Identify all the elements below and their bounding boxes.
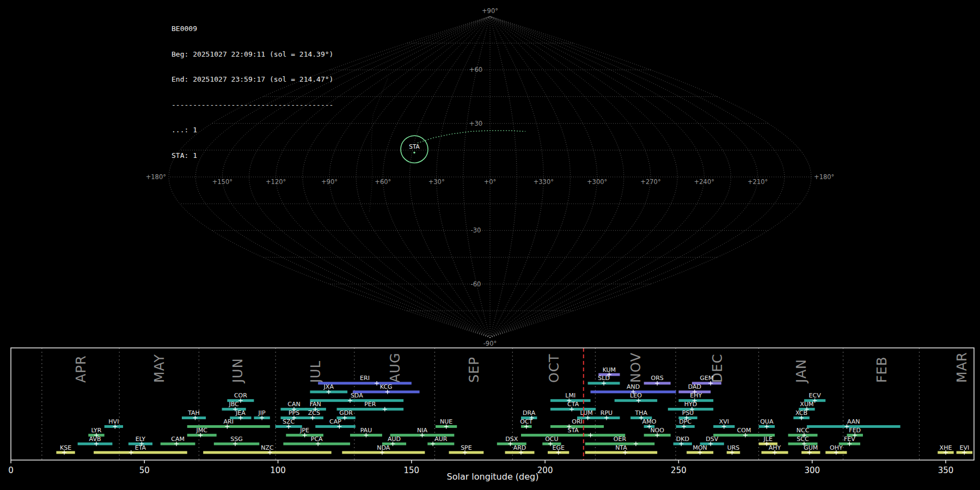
shower-label-xhe: XHE: [940, 444, 952, 451]
shower-label-jmc: JMC: [196, 427, 208, 434]
sky-lon-label: +180°: [814, 173, 834, 181]
shower-label-pps: PPS: [289, 409, 299, 416]
shower-label-oer: OER: [614, 436, 627, 443]
sporadic-count: ...: 1: [171, 126, 333, 134]
shower-bar-cap: [315, 425, 356, 428]
shower-label-gdr: GDR: [339, 409, 353, 416]
shower-label-cap: CAP: [329, 418, 341, 425]
shower-label-rpu: RPU: [601, 409, 612, 416]
shower-label-avb: AVB: [89, 436, 101, 443]
sky-pole-label-south: -90°: [483, 340, 497, 347]
shower-label-ori: ORI: [572, 418, 583, 425]
month-label-may: MAY: [152, 354, 167, 383]
shower-label-gem: GEM: [700, 375, 713, 382]
shower-bar-nta: [585, 451, 657, 454]
shower-label-fev: FEV: [844, 436, 855, 443]
shower-label-ari: ARI: [224, 418, 234, 425]
sky-lon-label: +270°: [640, 178, 660, 186]
shower-label-lyr: LYR: [91, 427, 101, 434]
shower-label-zcs: ZCS: [308, 409, 320, 416]
sky-lat-label: -30: [471, 226, 481, 234]
month-label-mar: MAR: [954, 352, 970, 383]
month-label-apr: APR: [74, 355, 89, 383]
shower-label-cta: CTA: [567, 401, 579, 408]
shower-label-dsv: DSV: [706, 436, 718, 443]
shower-label-jle: JLE: [763, 436, 773, 443]
shower-label-can: CAN: [287, 401, 300, 408]
radiant-point: [413, 151, 415, 153]
shower-label-spe: SPE: [461, 444, 472, 451]
month-label-jan: JAN: [794, 359, 809, 384]
shower-label-nia: NIA: [417, 427, 427, 434]
shower-label-jpe: JPE: [299, 427, 309, 434]
begin-time: Beg: 20251027 22:09:11 (sol = 214.39°): [171, 50, 333, 59]
shower-label-nzc: NZC: [261, 444, 274, 451]
radiant-label: STA: [409, 143, 420, 150]
sky-faint-curve: [369, 79, 388, 213]
shower-label-com: COM: [737, 427, 751, 434]
month-label-nov: NOV: [628, 352, 644, 383]
shower-label-nda: NDA: [377, 444, 390, 451]
shower-label-jip: JIP: [258, 409, 266, 416]
shower-bar-sda: [310, 399, 403, 402]
sky-lon-label: +180°: [146, 173, 166, 181]
shower-label-nta: NTA: [615, 444, 627, 451]
month-label-jul: JUL: [308, 360, 323, 384]
shower-label-hyd: HYD: [684, 401, 697, 408]
shower-label-ors: ORS: [651, 375, 664, 382]
shower-label-fan: FAN: [310, 401, 321, 408]
sky-lon-label: +0°: [484, 178, 497, 186]
observation-info: BE0009 Beg: 20251027 22:09:11 (sol = 214…: [171, 8, 333, 168]
sky-lat-label: +30: [469, 120, 482, 127]
sky-grid-meridian: [463, 16, 490, 338]
shower-label-dra: DRA: [523, 409, 536, 416]
shower-label-aan: AAN: [847, 418, 860, 425]
separator-line: --------------------------------------: [171, 101, 333, 109]
shower-label-kse: KSE: [60, 444, 71, 451]
shower-label-scc: SCC: [797, 436, 809, 443]
shower-label-pau: PAU: [360, 427, 372, 434]
shower-label-eta: ETA: [135, 444, 146, 451]
shower-label-sld: SLD: [598, 375, 610, 382]
page-root: { "info": { "station": "BE0009", "begin"…: [0, 0, 980, 490]
shower-label-oct: OCT: [520, 418, 532, 425]
month-label-aug: AUG: [388, 352, 403, 383]
shower-label-amo: AMO: [642, 418, 657, 425]
shower-label-leo: LEO: [630, 392, 642, 399]
shower-label-dpc: DPC: [679, 418, 691, 425]
sky-lon-label: +90°: [321, 178, 338, 186]
shower-label-cor: COR: [234, 392, 247, 399]
shower-bar-sta: [521, 434, 625, 437]
sky-lon-label: +150°: [212, 178, 232, 186]
shower-label-ahy: AHY: [769, 444, 781, 451]
sky-lon-label: +330°: [534, 178, 554, 186]
shower-label-qua: QUA: [760, 418, 774, 425]
shower-label-dad: DAD: [688, 383, 701, 390]
shower-bar-nzc: [203, 451, 331, 454]
sta-count: STA: 1: [171, 151, 333, 160]
shower-label-tah: TAH: [187, 409, 200, 416]
shower-label-sda: SDA: [351, 392, 363, 399]
shower-label-jea: JEA: [235, 409, 246, 416]
sky-grid-meridian: [490, 16, 624, 338]
shower-label-ard: ARD: [513, 444, 526, 451]
shower-label-and: AND: [627, 383, 640, 390]
shower-label-urs: URS: [727, 444, 740, 451]
shower-label-xvi: XVI: [719, 418, 729, 425]
shower-label-ehy: EHY: [690, 392, 702, 399]
month-label-feb: FEB: [874, 357, 890, 383]
shower-label-jxa: JXA: [323, 383, 334, 390]
sky-lon-label: +30°: [428, 178, 445, 186]
sky-grid-meridian: [490, 16, 677, 338]
shower-label-ecv: ECV: [809, 392, 822, 399]
sky-lon-label: +120°: [266, 178, 286, 186]
sky-lon-label: +300°: [587, 178, 607, 186]
shower-label-psu: PSU: [682, 409, 694, 416]
shower-label-dsx: DSX: [505, 436, 518, 443]
shower-label-ohy: OHY: [830, 444, 843, 451]
shower-bar-eta: [94, 451, 187, 454]
end-time: End: 20251027 23:59:17 (sol = 214.47°): [171, 75, 333, 84]
sky-lon-label: +240°: [694, 178, 714, 186]
sky-lat-label: +60: [469, 66, 482, 74]
month-label-jun: JUN: [230, 358, 246, 384]
